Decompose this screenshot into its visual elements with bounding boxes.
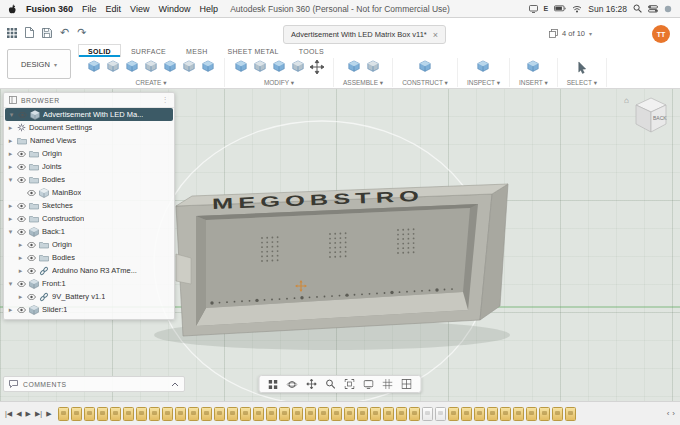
visibility-eye-icon[interactable] xyxy=(17,164,26,170)
ribbon-tab-sheet-metal[interactable]: SHEET METAL xyxy=(218,44,289,57)
coil-icon[interactable] xyxy=(182,60,196,74)
ribbon-tab-surface[interactable]: SURFACE xyxy=(121,44,176,57)
expand-icon[interactable]: ▸ xyxy=(17,293,24,301)
expand-icon[interactable]: ▸ xyxy=(17,241,24,249)
expand-icon[interactable]: ▸ xyxy=(7,202,14,210)
extrude-icon[interactable] xyxy=(106,60,120,74)
expand-icon[interactable]: ▸ xyxy=(17,267,24,275)
visibility-eye-icon[interactable] xyxy=(17,307,26,313)
apps-grid-icon[interactable] xyxy=(7,28,17,38)
sweep-icon[interactable] xyxy=(144,60,158,74)
timeline-feature-icon[interactable] xyxy=(474,407,485,421)
go-to-beginning-icon[interactable]: |◀ xyxy=(5,410,12,418)
timeline-feature-icon[interactable] xyxy=(136,407,147,421)
combine-icon[interactable] xyxy=(291,60,305,74)
orbit-icon[interactable] xyxy=(286,379,299,390)
model-back-wall[interactable] xyxy=(206,208,470,308)
timeline-feature-icon[interactable] xyxy=(552,407,563,421)
timeline-feature-icon[interactable] xyxy=(123,407,134,421)
marking-menu-icon[interactable] xyxy=(268,380,279,389)
loft-icon[interactable] xyxy=(163,60,177,74)
construction-plane-icon[interactable] xyxy=(418,60,432,74)
control-center-icon[interactable] xyxy=(648,4,658,13)
wifi-icon[interactable] xyxy=(572,5,582,13)
tree-item-document-settings[interactable]: ▸Document Settings xyxy=(4,121,174,134)
workspace-switcher[interactable]: DESIGN ▾ xyxy=(7,49,71,79)
user-avatar[interactable]: TT xyxy=(652,25,670,43)
visibility-eye-icon[interactable] xyxy=(18,112,27,118)
menu-edit[interactable]: Edit xyxy=(106,4,122,14)
apple-menu-icon[interactable] xyxy=(8,4,17,14)
insert-mesh-icon[interactable] xyxy=(526,60,540,74)
tree-item-back-1[interactable]: ▾Back:1 xyxy=(4,225,174,238)
visibility-eye-icon[interactable] xyxy=(27,294,36,300)
timeline-feature-icon[interactable] xyxy=(526,407,537,421)
comments-bar[interactable]: COMMENTS xyxy=(3,376,185,392)
display-icon[interactable] xyxy=(529,5,538,13)
timeline-feature-icon[interactable] xyxy=(461,407,472,421)
menu-file[interactable]: File xyxy=(82,4,97,14)
main-box-body[interactable]: MEGOBSTRO xyxy=(176,184,508,336)
collapse-icon[interactable]: ▾ xyxy=(7,176,14,184)
battery-icon[interactable] xyxy=(554,5,566,13)
visibility-eye-icon[interactable] xyxy=(17,216,26,222)
timeline-feature-icon[interactable] xyxy=(110,407,121,421)
timeline-feature-icon[interactable] xyxy=(500,407,511,421)
tree-item-slider-1[interactable]: ▸Slider:1 xyxy=(4,303,174,316)
expand-icon[interactable]: ▸ xyxy=(7,124,14,132)
timeline-feature-icon[interactable] xyxy=(175,407,186,421)
timeline-feature-icon[interactable] xyxy=(435,407,446,421)
collapse-icon[interactable]: ▾ xyxy=(7,228,14,236)
expand-comments-icon[interactable] xyxy=(171,382,179,387)
visibility-eye-icon[interactable] xyxy=(27,190,36,196)
file-new-icon[interactable] xyxy=(25,27,34,38)
menu-extra-icon[interactable] xyxy=(664,4,672,13)
visibility-eye-icon[interactable] xyxy=(17,151,26,157)
timeline-feature-icon[interactable] xyxy=(266,407,277,421)
timeline-feature-icon[interactable] xyxy=(370,407,381,421)
tree-item-origin[interactable]: ▸Origin xyxy=(4,147,174,160)
step-forward-icon[interactable]: ▶ xyxy=(26,410,31,418)
tree-item-named-views[interactable]: ▸Named Views xyxy=(4,134,174,147)
visibility-eye-icon[interactable] xyxy=(27,242,36,248)
assemble-group-label[interactable]: ASSEMBLE ▾ xyxy=(343,79,383,87)
visibility-eye-icon[interactable] xyxy=(17,229,26,235)
collapse-icon[interactable]: ▾ xyxy=(8,111,15,119)
expand-icon[interactable]: ▸ xyxy=(17,254,24,262)
viewcube-face-label[interactable]: BACK xyxy=(653,115,667,121)
timeline-feature-icon[interactable] xyxy=(383,407,394,421)
timeline-feature-icon[interactable] xyxy=(422,407,433,421)
home-icon[interactable]: ⌂ xyxy=(624,96,629,105)
zoom-icon[interactable] xyxy=(325,379,337,389)
joint-icon[interactable] xyxy=(366,60,380,74)
construct-group-label[interactable]: CONSTRUCT ▾ xyxy=(402,79,448,87)
browser-header[interactable]: BROWSER ⋮ xyxy=(4,93,174,108)
go-to-end-icon[interactable]: ▶| xyxy=(35,410,42,418)
ribbon-tab-tools[interactable]: TOOLS xyxy=(289,44,334,57)
tree-item-sketches[interactable]: ▸Sketches xyxy=(4,199,174,212)
timeline-feature-icon[interactable] xyxy=(149,407,160,421)
tree-item-construction[interactable]: ▸Construction xyxy=(4,212,174,225)
model-left-notch[interactable] xyxy=(176,254,191,284)
pipe-icon[interactable] xyxy=(201,60,215,74)
close-tab-icon[interactable]: × xyxy=(433,30,438,40)
job-status[interactable]: 4 of 10 ▾ xyxy=(549,29,592,38)
redo-icon[interactable]: ↷ xyxy=(77,27,86,38)
menu-window[interactable]: Window xyxy=(158,4,190,14)
play-icon[interactable]: ▶ xyxy=(46,410,51,418)
revolve-icon[interactable] xyxy=(125,60,139,74)
timeline-feature-icon[interactable] xyxy=(331,407,342,421)
fit-icon[interactable] xyxy=(344,379,356,389)
expand-icon[interactable]: ▸ xyxy=(7,163,14,171)
expand-icon[interactable]: ▸ xyxy=(7,137,14,145)
visibility-eye-icon[interactable] xyxy=(17,177,26,183)
ribbon-tab-solid[interactable]: SOLID xyxy=(78,44,121,57)
tree-item-bodies[interactable]: ▾Bodies xyxy=(4,173,174,186)
step-back-icon[interactable]: ◀ xyxy=(16,410,21,418)
timeline-feature-icon[interactable] xyxy=(84,407,95,421)
timeline-feature-icon[interactable] xyxy=(162,407,173,421)
tree-item-arduino-nano-r3-atme[interactable]: ▸Arduino Nano R3 ATme... xyxy=(4,264,174,277)
tree-item-joints[interactable]: ▸Joints xyxy=(4,160,174,173)
timeline-feature-icon[interactable] xyxy=(188,407,199,421)
visibility-eye-icon[interactable] xyxy=(17,281,26,287)
